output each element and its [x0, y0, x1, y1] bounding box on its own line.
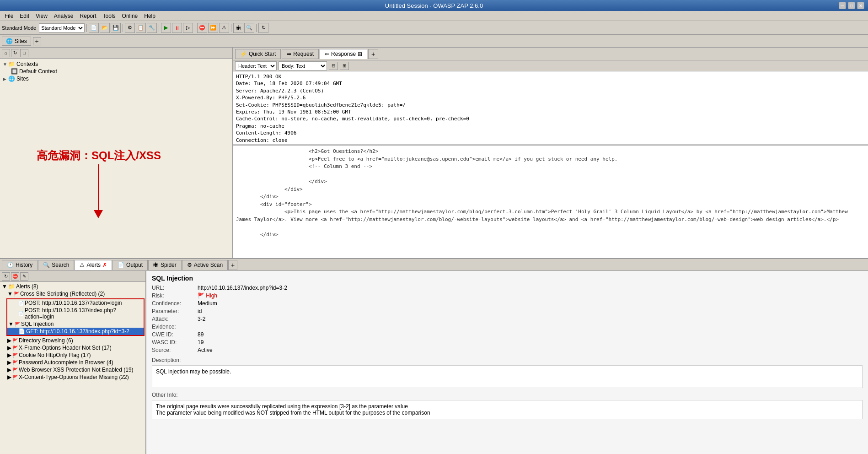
detail-evidence-row: Evidence: — [152, 324, 863, 330]
sqli-group-header[interactable]: ▼ 🚩 SQL Injection — [7, 320, 144, 328]
minimize-button[interactable]: ─ — [839, 2, 846, 9]
refresh-icon[interactable]: ↻ — [11, 49, 19, 57]
sites-tab[interactable]: 🌐 Sites — [2, 37, 31, 46]
tab-active-scan-label: Active Scan — [194, 262, 223, 268]
tab-response-label: Response — [331, 51, 356, 57]
top-split: ⌂ ↻ □ 高危漏洞：SQL注入/XSS ▼ 📁 Contexts 🔲 D — [0, 48, 868, 258]
bottom-panel: 🕐 History 🔍 Search ⚠ Alerts ✗ 📄 Output 🕷… — [0, 258, 868, 454]
sites-tab-label: Sites — [15, 38, 27, 44]
url-value: http://10.10.16.137/index.php?id=3-2 — [198, 285, 863, 291]
expand-icon[interactable]: □ — [20, 49, 28, 57]
maximize-button[interactable]: □ — [848, 2, 855, 9]
mode-select[interactable]: Standard Mode Safe Mode Protected Mode A… — [39, 23, 85, 32]
default-context-item[interactable]: 🔲 Default Context — [2, 68, 230, 75]
description-box: SQL injection may be possible. — [152, 365, 863, 388]
sqli-child-selected[interactable]: 📄 GET: http://10.10.16.137/index.php?id=… — [7, 328, 144, 335]
split-horizontal-button[interactable]: ⊟ — [329, 62, 338, 70]
break-button[interactable]: ⛔ — [197, 23, 207, 33]
history-icon: 🕐 — [7, 262, 14, 268]
chinese-annotation: 高危漏洞：SQL注入/XSS — [37, 148, 161, 163]
detail-confidence-row: Confidence: Medium — [152, 300, 863, 307]
source-value: Active — [198, 347, 863, 353]
xss-child-2[interactable]: 📄 POST: http://10.10.16.137/index.php?ac… — [7, 307, 144, 320]
stop-alerts-button[interactable]: ⛔ — [11, 272, 19, 281]
menu-file[interactable]: File — [2, 12, 16, 20]
add-sites-tab-button[interactable]: + — [33, 37, 41, 45]
start-button[interactable]: ▶ — [161, 23, 171, 33]
menu-bar: File Edit View Analyse Report Tools Onli… — [0, 11, 868, 21]
menu-view[interactable]: View — [33, 12, 50, 20]
cookie-header[interactable]: ▶ 🚩 Cookie No HttpOnly Flag (17) — [6, 351, 145, 359]
left-toolbar: ⌂ ↻ □ — [0, 48, 232, 59]
left-tree-panel: ⌂ ↻ □ 高危漏洞：SQL注入/XSS ▼ 📁 Contexts 🔲 D — [0, 48, 233, 258]
open-session-button[interactable]: 📂 — [100, 23, 110, 33]
split-vertical-button[interactable]: ⊞ — [340, 62, 349, 70]
close-button[interactable]: ✕ — [857, 2, 864, 9]
sqli-group-label: SQL Injection — [21, 321, 54, 327]
new-session-button[interactable]: 📄 — [89, 23, 99, 33]
detail-panel: SQL Injection URL: http://10.10.16.137/i… — [146, 271, 868, 454]
tab-history[interactable]: 🕐 History — [2, 260, 38, 270]
xframe-flag: 🚩 — [12, 346, 18, 351]
webxss-header[interactable]: ▶ 🚩 Web Browser XSS Protection Not Enabl… — [6, 366, 145, 373]
refresh-alerts-button[interactable]: ↻ — [2, 272, 10, 281]
alerts-root[interactable]: ▼ 📁 Alerts (8) — [1, 283, 145, 290]
xss-child-1[interactable]: 📄 POST: http://10.10.16.137/?action=logi… — [7, 299, 144, 307]
xframe-header[interactable]: ▶ 🚩 X-Frame-Options Header Not Set (17) — [6, 344, 145, 351]
step-button[interactable]: ▷ — [183, 23, 193, 33]
xss-group: ▼ 🚩 Cross Site Scripting (Reflected) (2)… — [1, 290, 145, 336]
scan-policy-button[interactable]: 📋 — [136, 23, 146, 33]
lightning-icon: ⚡ — [240, 51, 247, 57]
passauto-header[interactable]: ▶ 🚩 Password Autocomplete in Browser (4) — [6, 359, 145, 366]
options-button[interactable]: 🔧 — [147, 23, 157, 33]
add-bottom-tab-button[interactable]: + — [228, 260, 237, 270]
refresh-button[interactable]: ↻ — [258, 23, 268, 33]
xcontent-expand: ▶ — [7, 374, 11, 380]
tab-request[interactable]: ➡ Request — [282, 49, 319, 59]
active-scan-button[interactable]: 🔍 — [244, 23, 254, 33]
xss-group-header[interactable]: ▼ 🚩 Cross Site Scripting (Reflected) (2) — [6, 290, 145, 297]
header-select[interactable]: Header: Text Header: Raw — [235, 61, 277, 70]
menu-tools[interactable]: Tools — [100, 12, 118, 20]
tab-response[interactable]: ⇐ Response ⊞ — [320, 49, 367, 59]
title-bar: Untitled Session - OWASP ZAP 2.6.0 ─ □ ✕ — [0, 0, 868, 11]
spider-button[interactable]: 🕷 — [233, 23, 243, 33]
stop-button[interactable]: ⏸ — [172, 23, 182, 33]
alerts-toolbar: ↻ ⛔ ✎ — [0, 271, 145, 282]
menu-analyse[interactable]: Analyse — [51, 12, 76, 20]
tab-quick-start[interactable]: ⚡ Quick Start — [235, 49, 281, 59]
xcontent-header[interactable]: ▶ 🚩 X-Content-Type-Options Header Missin… — [6, 373, 145, 381]
edit-alerts-button[interactable]: ✎ — [20, 272, 28, 281]
menu-edit[interactable]: Edit — [17, 12, 32, 20]
tab-active-scan[interactable]: ⚙ Active Scan — [182, 260, 228, 270]
menu-online[interactable]: Online — [119, 12, 141, 20]
home-icon[interactable]: ⌂ — [2, 49, 10, 57]
passauto-flag: 🚩 — [12, 360, 18, 365]
tab-alerts[interactable]: ⚠ Alerts ✗ — [75, 260, 112, 270]
dirbrowse-expand: ▶ — [7, 337, 11, 344]
tab-search[interactable]: 🔍 Search — [38, 260, 74, 270]
menu-report[interactable]: Report — [77, 12, 99, 20]
body-select[interactable]: Body: Text Body: Raw Body: Rendered — [279, 61, 327, 70]
session-props-button[interactable]: ⚙ — [125, 23, 135, 33]
confidence-value: Medium — [198, 300, 863, 307]
dirbrowse-header[interactable]: ▶ 🚩 Directory Browsing (6) — [6, 337, 145, 344]
sep2 — [123, 24, 123, 32]
tab-output[interactable]: 📄 Output — [113, 260, 148, 270]
sites-group[interactable]: ▶ 🌐 Sites — [2, 75, 230, 82]
other-info-value: The original page results were successfu… — [156, 403, 858, 416]
save-session-button[interactable]: 💾 — [111, 23, 121, 33]
detail-table: URL: http://10.10.16.137/index.php?id=3-… — [152, 285, 863, 353]
alert-button[interactable]: ⚠ — [219, 23, 229, 33]
resume-button[interactable]: ⏩ — [208, 23, 218, 33]
detail-title: SQL Injection — [152, 275, 863, 282]
webxss-label: Web Browser XSS Protection Not Enabled (… — [19, 367, 134, 373]
response-header-text: HTTP/1.1 200 OK Date: Tue, 18 Feb 2020 0… — [233, 71, 868, 145]
parameter-label: Parameter: — [152, 308, 198, 314]
arrow-right-icon: ➡ — [287, 51, 291, 57]
xframe-expand: ▶ — [7, 345, 11, 351]
add-response-tab-button[interactable]: + — [368, 49, 378, 59]
contexts-group[interactable]: ▼ 📁 Contexts — [2, 60, 230, 68]
tab-spider[interactable]: 🕷 Spider — [148, 260, 182, 270]
menu-help[interactable]: Help — [141, 12, 158, 20]
